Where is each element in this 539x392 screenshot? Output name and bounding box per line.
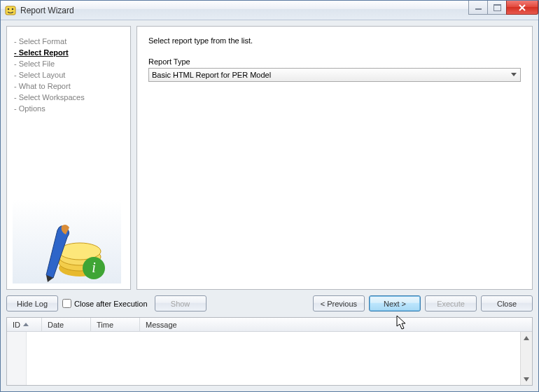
log-col-message[interactable]: Message <box>140 318 532 331</box>
window-title: Report Wizard <box>20 6 74 15</box>
minimize-button[interactable] <box>468 1 488 15</box>
title-bar: Report Wizard <box>1 1 538 20</box>
wizard-main-panel: Select report type from the list. Report… <box>136 26 533 290</box>
log-rows <box>27 332 532 385</box>
svg-point-2 <box>12 8 14 10</box>
wizard-step[interactable]: - What to Report <box>14 81 126 92</box>
wizard-step[interactable]: - Select File <box>14 59 126 70</box>
wizard-steps-panel: - Select Format- Select Report- Select F… <box>6 26 131 290</box>
close-after-exec-input[interactable] <box>62 299 71 308</box>
log-gutter <box>7 332 27 385</box>
close-button[interactable]: Close <box>481 295 533 312</box>
instruction-text: Select report type from the list. <box>148 36 521 45</box>
sort-asc-icon <box>23 323 29 326</box>
wizard-step[interactable]: - Select Report <box>14 48 126 59</box>
svg-point-1 <box>8 8 10 10</box>
show-button[interactable]: Show <box>155 295 206 312</box>
wizard-step[interactable]: - Select Format <box>14 36 126 48</box>
report-type-select[interactable]: Basic HTML Report for PER Model <box>148 68 521 82</box>
scroll-down-icon[interactable] <box>521 373 532 385</box>
execute-button[interactable]: Execute <box>425 295 477 312</box>
previous-button[interactable]: < Previous <box>313 295 365 312</box>
wizard-step[interactable]: - Select Workspaces <box>14 92 126 104</box>
close-after-exec-label: Close after Execution <box>74 300 148 308</box>
log-header: ID Date Time Message <box>7 318 532 332</box>
log-col-id-label: ID <box>13 321 20 329</box>
log-scrollbar[interactable] <box>520 332 532 385</box>
report-type-label: Report Type <box>148 57 521 66</box>
wizard-decor-image: i <box>13 200 121 284</box>
log-col-id[interactable]: ID <box>7 318 42 331</box>
wizard-step[interactable]: - Options <box>14 104 126 115</box>
log-col-date[interactable]: Date <box>42 318 91 331</box>
log-panel: ID Date Time Message <box>6 317 533 386</box>
scroll-up-icon[interactable] <box>521 332 532 344</box>
svg-rect-0 <box>6 6 15 15</box>
svg-text:i: i <box>92 260 96 275</box>
next-button[interactable]: Next > <box>369 295 421 312</box>
maximize-button[interactable] <box>487 1 507 15</box>
wizard-step[interactable]: - Select Layout <box>14 70 126 81</box>
button-row: Hide Log Close after Execution Show < Pr… <box>6 294 533 313</box>
app-icon <box>5 5 16 16</box>
log-col-time[interactable]: Time <box>91 318 140 331</box>
hide-log-button[interactable]: Hide Log <box>6 295 58 312</box>
window-close-button[interactable] <box>506 1 538 15</box>
close-after-exec-checkbox[interactable]: Close after Execution <box>62 299 148 308</box>
